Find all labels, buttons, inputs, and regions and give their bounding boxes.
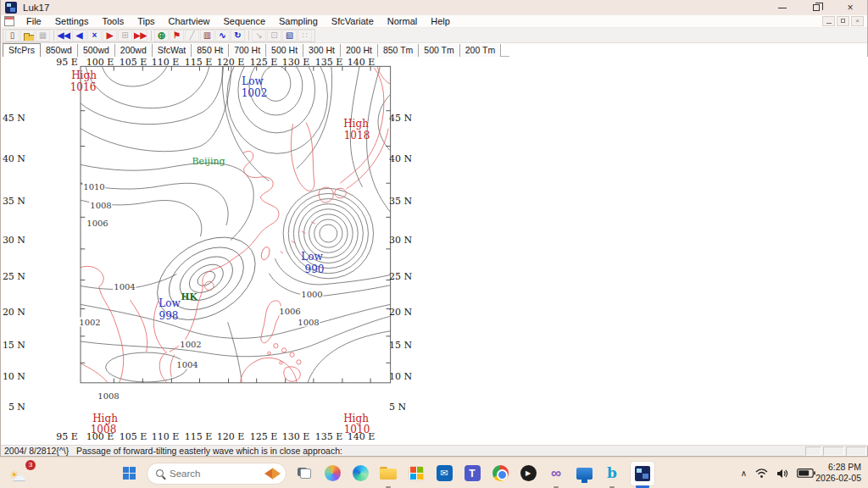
rewind-button[interactable]: ◀◀ (57, 30, 71, 42)
tab-sfcprs[interactable]: SfcPrs (3, 43, 41, 57)
menu-sfcvariate[interactable]: SfcVariate (325, 15, 381, 28)
menu-settings[interactable]: Settings (48, 15, 96, 28)
curve-tool-button[interactable]: ∿ (215, 30, 230, 42)
search-input[interactable] (170, 469, 264, 479)
maximize-button[interactable] (799, 0, 833, 15)
menu-help[interactable]: Help (424, 15, 457, 28)
station-marker-button[interactable]: ⚑ (170, 30, 184, 42)
tab-200wd[interactable]: 200wd (115, 44, 153, 57)
teams-taskbar-icon[interactable]: T (462, 463, 482, 484)
profile-chart-button[interactable]: ▥ (200, 30, 214, 42)
tray-chevron-icon[interactable]: ∧ (741, 469, 747, 478)
status-pane-1 (805, 446, 821, 456)
status-bar: 2004/ 8/2812{^\} Passage of forward-tilt… (1, 445, 867, 456)
running-indicator (609, 486, 615, 488)
globe-button[interactable]: ⊕ (154, 30, 169, 42)
lon-label-bottom: 125 E (250, 431, 278, 442)
battery-icon[interactable] (797, 469, 815, 478)
menu-bar: FileSettingsToolsTipsChartviewSequenceSa… (1, 15, 867, 28)
tab-850wd[interactable]: 850wd (41, 44, 78, 57)
clock[interactable]: 6:28 PM 2026-02-05 (815, 462, 861, 484)
menu-file[interactable]: File (19, 15, 48, 28)
trend-line-button: ↘ (252, 30, 266, 42)
luk17-taskbar-icon[interactable] (630, 461, 655, 486)
status-pane-3 (846, 446, 866, 456)
document-icon[interactable] (4, 16, 14, 26)
visual-studio-taskbar-icon[interactable]: ∞ (546, 463, 566, 484)
weather-widget[interactable]: ☀ ☁ 3 (8, 462, 34, 485)
tab-300-ht[interactable]: 300 Ht (303, 44, 341, 57)
screen: Luk17 × FileSettingsToolsTipsChartviewSe… (0, 0, 868, 488)
lat-label-left: 35 N (1, 196, 25, 207)
tab-sfcwat[interactable]: SfcWat (153, 44, 192, 57)
tab-500-ht[interactable]: 500 Ht (266, 44, 303, 57)
clock-time: 6:28 PM (815, 462, 861, 473)
menu-sampling[interactable]: Sampling (272, 15, 325, 28)
system-tray: ∧ (741, 458, 815, 488)
child-close-button[interactable]: × (851, 16, 864, 26)
menu-tips[interactable]: Tips (131, 15, 161, 28)
close-button[interactable]: × (833, 0, 867, 15)
child-minimize-button[interactable] (822, 16, 835, 26)
toolbar-separator (53, 30, 54, 41)
child-restore-button[interactable] (837, 16, 849, 26)
isobar-value-label: 1004 (113, 282, 136, 291)
coastlines (81, 66, 391, 382)
wifi-icon[interactable] (755, 469, 768, 479)
city-label: HK (181, 291, 197, 302)
mini-chart-button[interactable]: ▧ (282, 30, 297, 42)
lon-label-top: 115 E (185, 57, 213, 68)
running-indicator (636, 485, 649, 488)
running-indicator (554, 486, 559, 488)
tab-200-tm[interactable]: 200 Tm (460, 44, 501, 57)
media-player-icon: ▶ (520, 465, 537, 481)
lon-label-bottom: 105 E (120, 431, 147, 442)
chrome-taskbar-icon[interactable] (490, 463, 510, 484)
file-explorer-icon (380, 467, 397, 480)
remote-desktop-taskbar-icon[interactable] (574, 463, 594, 484)
tab-500-tm[interactable]: 500 Tm (419, 44, 459, 57)
copilot-taskbar-icon[interactable] (322, 463, 342, 484)
bing-taskbar-icon[interactable]: b (602, 463, 622, 484)
pressure-center-label: High (71, 69, 97, 81)
menu-sequence[interactable]: Sequence (216, 15, 272, 28)
play-button[interactable]: ▶ (103, 30, 117, 42)
lon-label-bottom: 110 E (152, 431, 180, 442)
draw-slope-button: ╱ (185, 30, 199, 42)
title-bar: Luk17 × (1, 0, 867, 15)
step-back-button[interactable]: ◀ (72, 30, 86, 42)
copilot-icon (325, 465, 341, 481)
store-taskbar-icon[interactable] (406, 463, 426, 484)
cloud-icon: ☁ (12, 467, 26, 485)
lat-label-left: 15 N (1, 340, 25, 351)
lat-label-left: 20 N (1, 307, 25, 318)
tab-200-ht[interactable]: 200 Ht (341, 44, 378, 57)
menu-chartview[interactable]: Chartview (162, 15, 217, 28)
pressure-center-label: Low (159, 297, 180, 309)
toolbar: ▯▦◀◀◀×▶⊞▶▶⊕⚑╱▥∿↻↘⊡▧∷ (1, 28, 867, 43)
frame-step-button: ⊞ (118, 30, 132, 42)
refresh-button[interactable]: ↻ (231, 30, 245, 42)
tab-700-ht[interactable]: 700 Ht (229, 44, 266, 57)
minimize-button[interactable] (765, 0, 799, 15)
start-button[interactable] (119, 463, 139, 484)
tab-850-tm[interactable]: 850 Tm (378, 44, 419, 57)
tab-850-ht[interactable]: 850 Ht (192, 44, 229, 57)
cancel-button[interactable]: × (87, 30, 102, 42)
task-view-taskbar-icon[interactable] (294, 463, 314, 484)
open-folder-button[interactable] (20, 30, 35, 42)
volume-icon[interactable] (776, 469, 788, 479)
file-explorer-taskbar-icon[interactable] (378, 463, 398, 484)
outlook-taskbar-icon[interactable]: ✉ (434, 463, 454, 484)
edge-taskbar-icon[interactable] (350, 463, 370, 484)
pressure-center-label: 1010 (344, 424, 370, 435)
tab-500wd[interactable]: 500wd (78, 44, 115, 57)
search-box[interactable] (147, 463, 287, 485)
new-file-button[interactable]: ▯ (5, 30, 19, 42)
menu-normal[interactable]: Normal (381, 15, 424, 28)
media-player-taskbar-icon[interactable]: ▶ (518, 463, 538, 484)
menu-tools[interactable]: Tools (95, 15, 131, 28)
isobar-value-label: 1006 (86, 219, 108, 228)
lon-label-bottom: 95 E (56, 431, 78, 442)
fast-forward-button[interactable]: ▶▶ (133, 30, 147, 42)
